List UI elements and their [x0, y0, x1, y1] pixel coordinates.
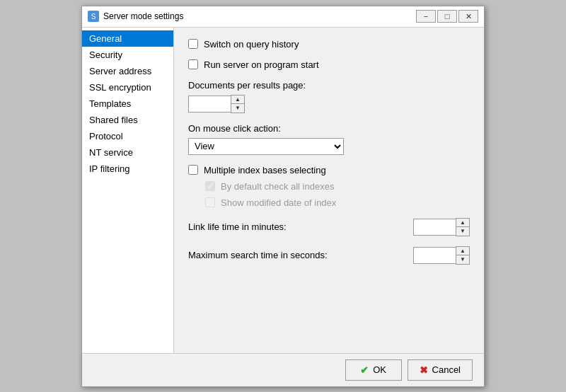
- cancel-label: Cancel: [432, 364, 461, 375]
- link-lifetime-spinner: 30 ▲ ▼: [413, 218, 470, 236]
- sidebar-item-templates[interactable]: Templates: [82, 96, 173, 112]
- footer: ✔ OK ✖ Cancel: [82, 353, 484, 386]
- run-server-row: Run server on program start: [188, 59, 470, 70]
- sidebar-item-general[interactable]: General: [82, 30, 173, 47]
- query-history-label: Switch on query history: [204, 39, 299, 50]
- maximize-button[interactable]: □: [437, 10, 457, 23]
- sidebar-item-ssl-encryption[interactable]: SSL encryption: [82, 79, 173, 96]
- docs-per-page-label: Documents per results page:: [188, 80, 470, 91]
- sidebar-item-nt-service[interactable]: NT service: [82, 144, 173, 161]
- cancel-icon: ✖: [420, 364, 428, 376]
- mouse-action-select[interactable]: View Download Open: [188, 138, 344, 155]
- mouse-action-label: On mouse click action:: [188, 123, 470, 134]
- docs-per-page-input[interactable]: 10: [188, 96, 231, 113]
- run-server-label: Run server on program start: [204, 59, 319, 70]
- by-default-check-label: By default check all indexes: [221, 181, 334, 192]
- link-lifetime-spinner-buttons: ▲ ▼: [456, 218, 470, 236]
- cancel-button[interactable]: ✖ Cancel: [408, 359, 473, 381]
- by-default-check-row: By default check all indexes: [205, 181, 470, 192]
- docs-per-page-up-button[interactable]: ▲: [231, 96, 244, 104]
- sidebar-item-server-address[interactable]: Server address: [82, 63, 173, 79]
- content-area: General Security Server address SSL encr…: [82, 28, 484, 353]
- docs-per-page-group: Documents per results page: 10 ▲ ▼: [188, 80, 470, 113]
- multiple-index-row: Multiple index bases selecting: [188, 165, 470, 175]
- docs-per-page-down-button[interactable]: ▼: [231, 104, 244, 113]
- ok-label: OK: [373, 364, 386, 375]
- sidebar-item-protocol[interactable]: Protocol: [82, 128, 173, 144]
- multiple-index-sub: By default check all indexes Show modifi…: [188, 181, 470, 208]
- max-search-input[interactable]: 60: [413, 247, 456, 264]
- max-search-spinner-buttons: ▲ ▼: [456, 246, 470, 265]
- query-history-checkbox[interactable]: [188, 39, 198, 49]
- ok-button[interactable]: ✔ OK: [345, 359, 402, 381]
- title-bar-left: S Server mode settings: [88, 11, 183, 22]
- max-search-spinner: 60 ▲ ▼: [413, 246, 470, 265]
- ok-icon: ✔: [360, 364, 369, 376]
- by-default-check-checkbox[interactable]: [205, 181, 215, 191]
- query-history-row: Switch on query history: [188, 39, 470, 50]
- close-button[interactable]: ✕: [458, 10, 478, 23]
- show-modified-label: Show modified date of index: [221, 197, 336, 208]
- main-window: S Server mode settings − □ ✕ General Sec…: [81, 6, 485, 387]
- window-title: Server mode settings: [103, 11, 183, 21]
- max-search-group: Maximum search time in seconds: 60 ▲ ▼: [188, 246, 470, 265]
- max-search-up-button[interactable]: ▲: [456, 247, 469, 255]
- link-lifetime-up-button[interactable]: ▲: [456, 219, 469, 227]
- docs-per-page-spinner-buttons: ▲ ▼: [231, 95, 245, 113]
- minimize-button[interactable]: −: [416, 10, 436, 23]
- multiple-index-label: Multiple index bases selecting: [204, 165, 326, 175]
- run-server-checkbox[interactable]: [188, 59, 198, 69]
- sidebar-item-ip-filtering[interactable]: IP filtering: [82, 161, 173, 177]
- main-panel: Switch on query history Run server on pr…: [174, 28, 484, 353]
- link-lifetime-group: Link life time in minutes: 30 ▲ ▼: [188, 218, 470, 236]
- multiple-index-checkbox[interactable]: [188, 165, 198, 175]
- link-lifetime-input[interactable]: 30: [413, 219, 456, 236]
- show-modified-checkbox[interactable]: [205, 197, 215, 207]
- mouse-action-dropdown-row: View Download Open: [188, 138, 470, 155]
- max-search-label: Maximum search time in seconds:: [188, 250, 328, 260]
- multiple-index-group: Multiple index bases selecting By defaul…: [188, 165, 470, 208]
- title-bar: S Server mode settings − □ ✕: [82, 6, 484, 28]
- max-search-down-button[interactable]: ▼: [456, 255, 469, 264]
- show-modified-row: Show modified date of index: [205, 197, 470, 208]
- window-icon: S: [88, 11, 99, 22]
- link-lifetime-down-button[interactable]: ▼: [456, 227, 469, 236]
- sidebar: General Security Server address SSL encr…: [82, 28, 174, 353]
- sidebar-item-security[interactable]: Security: [82, 47, 173, 63]
- sidebar-item-shared-files[interactable]: Shared files: [82, 112, 173, 128]
- docs-per-page-spinner: 10 ▲ ▼: [188, 95, 245, 113]
- title-buttons: − □ ✕: [416, 10, 478, 23]
- mouse-action-group: On mouse click action: View Download Ope…: [188, 123, 470, 155]
- link-lifetime-label: Link life time in minutes:: [188, 221, 287, 232]
